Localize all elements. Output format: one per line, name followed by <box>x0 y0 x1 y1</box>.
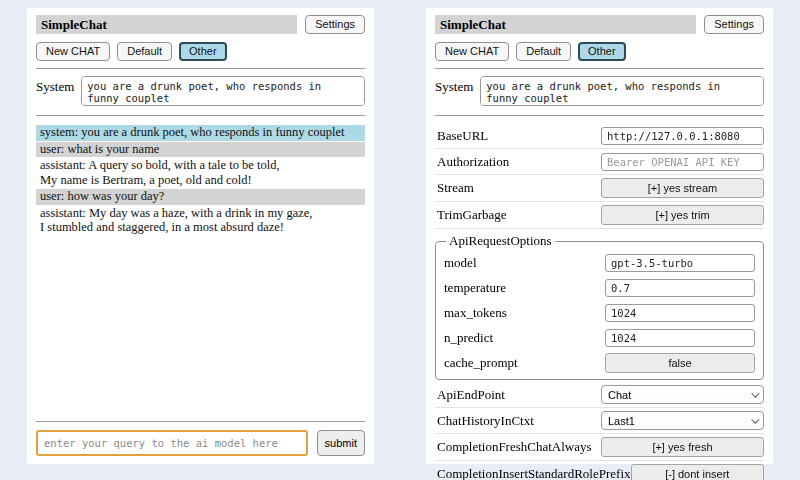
setting-row-authorization: Authorization <box>435 149 764 175</box>
settings-button[interactable]: Settings <box>704 15 764 34</box>
chathistoryinctxt-select[interactable]: Last1 <box>601 411 764 430</box>
setting-label: ApiEndPoint <box>437 387 505 403</box>
chat-message-user: user: what is your name <box>36 142 365 158</box>
setting-row-chathistoryinctxt: ChatHistoryInCtxt Last1 <box>435 408 764 434</box>
divider <box>36 68 365 69</box>
max-tokens-input[interactable] <box>605 304 755 322</box>
chat-message-assistant: assistant: My day was a haze, with a dri… <box>36 206 365 236</box>
apiendpoint-select[interactable]: Chat <box>601 385 764 404</box>
setting-label: ChatHistoryInCtxt <box>437 413 534 429</box>
settings-button[interactable]: Settings <box>305 15 365 34</box>
setting-row-stream: Stream [+] yes stream <box>435 175 764 202</box>
setting-row-completioninsertstandardroleprefix: CompletionInsertStandardRolePrefix [-] d… <box>435 461 764 480</box>
app-title: SimpleChat <box>36 15 297 34</box>
chat-message-system: system: you are a drunk poet, who respon… <box>36 125 365 141</box>
setting-label: Stream <box>437 180 474 196</box>
apiendpoint-selected-value: Chat <box>608 389 631 401</box>
fieldset-legend: ApiRequestOptions <box>446 233 555 249</box>
setting-label: BaseURL <box>437 128 488 144</box>
chat-message-user: user: how was your day? <box>36 189 365 205</box>
chevron-down-icon <box>751 389 759 397</box>
chat-log: system: you are a drunk poet, who respon… <box>36 125 365 414</box>
chat-panel: SimpleChat Settings New CHAT Default Oth… <box>27 8 374 464</box>
setting-label: CompletionFreshChatAlways <box>437 439 592 455</box>
system-prompt-row: System you are a drunk poet, who respond… <box>435 76 764 106</box>
setting-row-trimgarbage: TrimGarbage [+] yes trim <box>435 202 764 229</box>
setting-row-max-tokens: max_tokens <box>444 300 755 325</box>
temperature-input[interactable] <box>605 279 755 297</box>
setting-label: CompletionInsertStandardRolePrefix <box>437 466 631 480</box>
system-prompt-input[interactable]: you are a drunk poet, who responds in fu… <box>480 76 764 106</box>
n-predict-input[interactable] <box>605 329 755 347</box>
chat-message-assistant: assistant: A query so bold, with a tale … <box>36 158 365 188</box>
titlebar: SimpleChat Settings <box>36 15 365 34</box>
completion-fresh-toggle-button[interactable]: [+] yes fresh <box>601 437 764 457</box>
baseurl-input[interactable] <box>601 127 764 145</box>
session-tab-other[interactable]: Other <box>179 42 227 61</box>
setting-row-completionfreshchatalways: CompletionFreshChatAlways [+] yes fresh <box>435 434 764 461</box>
session-tab-default[interactable]: Default <box>516 42 571 61</box>
submit-button[interactable]: submit <box>317 430 365 456</box>
divider <box>36 115 365 116</box>
divider <box>435 115 764 116</box>
system-prompt-input[interactable]: you are a drunk poet, who responds in fu… <box>81 76 365 106</box>
trimgarbage-toggle-button[interactable]: [+] yes trim <box>601 205 764 225</box>
page: SimpleChat Settings New CHAT Default Oth… <box>0 0 800 480</box>
setting-label: temperature <box>444 280 506 296</box>
divider <box>36 421 365 422</box>
divider <box>435 68 764 69</box>
setting-row-apiendpoint: ApiEndPoint Chat <box>435 382 764 408</box>
chevron-down-icon <box>751 415 759 423</box>
cache-prompt-toggle-button[interactable]: false <box>605 353 755 373</box>
settings-list: BaseURL Authorization Stream [+] yes str… <box>435 123 764 480</box>
new-chat-button[interactable]: New CHAT <box>435 42 509 61</box>
system-label: System <box>435 76 473 95</box>
setting-row-cache-prompt: cache_prompt false <box>444 350 755 376</box>
setting-row-model: model <box>444 250 755 275</box>
setting-label: cache_prompt <box>444 355 518 371</box>
completion-insert-toggle-button[interactable]: [-] dont insert <box>631 464 764 480</box>
api-request-options-fieldset: ApiRequestOptions model temperature max_… <box>435 233 764 380</box>
authorization-input[interactable] <box>601 153 764 171</box>
setting-row-temperature: temperature <box>444 275 755 300</box>
session-buttons: New CHAT Default Other <box>36 42 365 61</box>
setting-label: TrimGarbage <box>437 207 507 223</box>
session-tab-other[interactable]: Other <box>578 42 626 61</box>
model-input[interactable] <box>605 254 755 272</box>
app-title: SimpleChat <box>435 15 696 34</box>
system-label: System <box>36 76 74 95</box>
system-prompt-row: System you are a drunk poet, who respond… <box>36 76 365 106</box>
query-row: submit <box>36 430 365 456</box>
chathistoryinctxt-selected-value: Last1 <box>608 415 635 427</box>
new-chat-button[interactable]: New CHAT <box>36 42 110 61</box>
query-input[interactable] <box>36 430 308 456</box>
setting-label: model <box>444 255 477 271</box>
stream-toggle-button[interactable]: [+] yes stream <box>601 178 764 198</box>
session-tab-default[interactable]: Default <box>117 42 172 61</box>
setting-label: n_predict <box>444 330 493 346</box>
setting-row-n-predict: n_predict <box>444 325 755 350</box>
settings-panel: SimpleChat Settings New CHAT Default Oth… <box>426 8 773 464</box>
setting-label: max_tokens <box>444 305 507 321</box>
setting-row-baseurl: BaseURL <box>435 123 764 149</box>
setting-label: Authorization <box>437 154 509 170</box>
session-buttons: New CHAT Default Other <box>435 42 764 61</box>
titlebar: SimpleChat Settings <box>435 15 764 34</box>
